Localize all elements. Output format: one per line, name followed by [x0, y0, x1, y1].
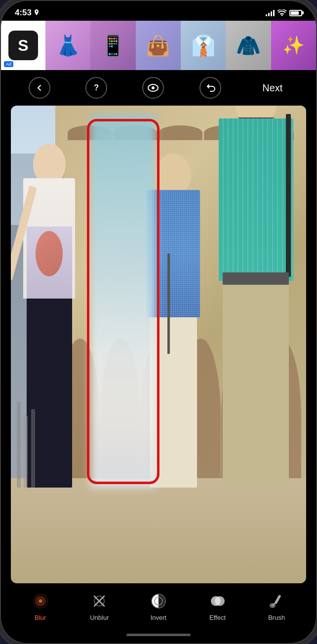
toolbar: ? Next — [1, 70, 316, 106]
notch — [129, 1, 188, 18]
main-image-area[interactable] — [11, 106, 306, 583]
ad-images: 👗 📱 👜 👔 🧥 ✨ — [45, 21, 316, 70]
svg-point-13 — [215, 596, 225, 606]
blur-icon — [31, 591, 50, 611]
ad-image-2[interactable]: 📱 — [90, 21, 135, 70]
location-icon — [34, 9, 40, 16]
invert-tool[interactable]: Invert — [144, 591, 173, 621]
invert-label: Invert — [151, 614, 167, 621]
status-icons — [266, 9, 302, 16]
bottom-toolbar: Blur Unblur — [1, 583, 316, 626]
photo-scene — [11, 106, 306, 583]
unblur-label: Unblur — [90, 614, 109, 621]
red-selection-rectangle — [87, 119, 159, 484]
home-bar — [126, 634, 191, 636]
time-display: 4:53 — [15, 8, 32, 18]
ad-image-5[interactable]: 🧥 — [226, 21, 271, 70]
ad-image-6[interactable]: ✨ — [271, 21, 316, 70]
battery-icon — [289, 10, 302, 16]
phone-screen: 4:53 — [1, 1, 316, 643]
ad-logo-s: S — [8, 31, 38, 60]
unblur-tool[interactable]: Unblur — [84, 591, 114, 621]
person-right — [215, 106, 297, 488]
effect-tool[interactable]: Effect — [203, 591, 233, 621]
ad-image-3[interactable]: 👜 — [136, 21, 181, 70]
background-crowd — [11, 344, 70, 488]
home-indicator — [1, 626, 316, 643]
ad-image-1[interactable]: 👗 — [45, 21, 90, 70]
preview-button[interactable] — [142, 77, 164, 99]
status-time: 4:53 — [15, 8, 40, 18]
ground — [11, 478, 306, 583]
effect-label: Effect — [209, 614, 226, 621]
effect-icon — [208, 591, 228, 611]
ad-banner[interactable]: S Ad 👗 📱 👜 👔 🧥 ✨ — [1, 21, 316, 70]
invert-icon — [149, 591, 168, 611]
signal-icon — [266, 9, 275, 16]
blur-tool[interactable]: Blur — [26, 591, 55, 621]
phone-frame: 4:53 — [0, 0, 317, 644]
svg-point-1 — [152, 86, 155, 89]
person-center-container — [90, 115, 156, 488]
brush-icon — [267, 591, 286, 611]
ad-image-4[interactable]: 👔 — [181, 21, 226, 70]
help-button[interactable]: ? — [85, 77, 107, 99]
ad-badge: Ad — [4, 61, 13, 67]
next-button[interactable]: Next — [256, 78, 288, 98]
undo-button[interactable] — [199, 77, 221, 99]
ad-logo[interactable]: S Ad — [1, 21, 45, 70]
brush-tool[interactable]: Brush — [262, 591, 291, 621]
wifi-icon — [277, 9, 286, 16]
svg-point-4 — [39, 599, 42, 603]
brush-label: Brush — [268, 614, 285, 621]
blur-label: Blur — [35, 614, 46, 621]
unblur-icon — [89, 591, 109, 611]
back-button[interactable] — [29, 77, 50, 99]
svg-rect-14 — [274, 595, 281, 605]
